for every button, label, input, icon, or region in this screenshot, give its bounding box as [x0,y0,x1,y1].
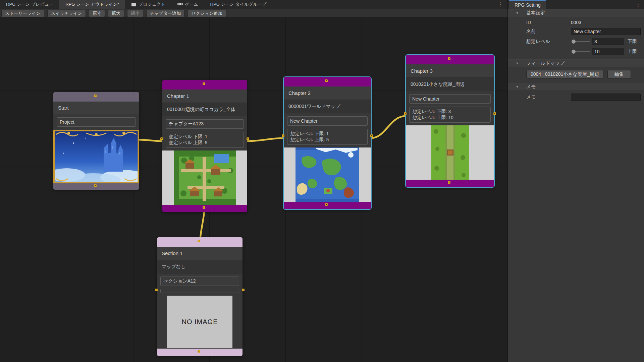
id-value: 0003 [571,20,581,25]
level-label: 想定レベル [526,39,571,45]
switchline-button[interactable]: スイッチライン [47,10,86,17]
storyline-button[interactable]: ストーリーライン [1,10,44,17]
node-map-name: マップなし [157,260,243,274]
node-header [284,77,371,86]
level-min-field[interactable] [592,38,624,45]
inspector-menu-icon[interactable]: ⋮ [636,2,641,8]
level-max-row: 上限 [508,48,644,55]
node-title: Chapter 3 [406,64,494,78]
tab-rpg-setting[interactable]: RPG Setting [509,0,546,9]
section-basic-settings[interactable]: ▼ 基本設定 [508,9,644,17]
add-chapter-button[interactable]: チャプター追加 [146,10,184,17]
level-range-box [160,289,239,293]
port-right[interactable] [493,112,496,115]
edge-chapter2-chapter3 [371,116,406,138]
start-map-image [53,130,139,183]
port-right[interactable] [247,137,249,140]
path-map-artwork [431,125,469,180]
port-right[interactable] [139,137,139,140]
actual-size-button[interactable]: 原寸 [89,10,105,17]
port-bottom[interactable] [448,181,450,184]
level-range-box: 想定レベル 下限: 1 想定レベル 上限: 5 [287,129,368,145]
port-bottom[interactable] [203,206,205,209]
node-map-name: 0010001辺境の町ココカラ_全体 [162,103,247,116]
section-field-map[interactable]: ▼ フィールドマップ [508,59,644,67]
node-footer [284,202,371,209]
chapter1-name-input[interactable] [166,119,244,129]
chapter2-name-input[interactable] [287,116,368,126]
section1-name-input[interactable] [160,277,239,286]
section1-map-image: NO IMAGE [157,295,243,349]
level-range-box: 想定レベル 下限: 3 想定レベル 上限: 10 [409,107,491,123]
node-chapter-2[interactable]: Chapter 2 0000001ワールドマップ 想定レベル 下限: 1 想定レ… [284,77,371,209]
port-top[interactable] [448,57,450,60]
tab-rpg-scene-tilegroup[interactable]: RPG シーン タイルグループ [204,0,273,9]
node-map-name: 0000001ワールドマップ [284,100,371,113]
tab-label: RPG シーン タイルグループ [210,1,267,7]
name-field[interactable] [571,28,641,35]
tab-project[interactable]: プロジェクト [125,0,171,9]
edge-chapter1-section1 [200,208,205,242]
port-top[interactable] [325,79,328,82]
level-min-row: 想定レベル 下限 [508,38,644,45]
port-top[interactable] [203,82,205,85]
id-row: ID 0003 [508,20,644,25]
node-title: Chapter 1 [162,89,247,103]
port-bottom[interactable] [325,203,328,206]
edge-start-chapter1 [139,140,162,141]
tab-rpg-scene-preview[interactable]: RPG シーン プレビュー [0,0,59,9]
section-memo[interactable]: ▼ メモ [508,83,644,91]
node-chapter-1[interactable]: Chapter 1 0010001辺境の町ココカラ_全体 想定レベル 下限: 1… [162,80,247,212]
zoom-in-button[interactable]: 拡大 [108,10,124,17]
inspector-tab-bar: RPG Setting ⋮ [508,0,644,9]
node-chapter-3[interactable]: Chapter 3 0010201小さな廃屋_周辺 想定レベル 下限: 3 想定… [406,55,494,187]
port-right[interactable] [370,134,373,137]
id-label: ID [526,20,571,25]
edge-chapter1-chapter2 [247,138,284,141]
memo-row: メモ [508,94,644,101]
port-left[interactable] [404,112,407,115]
level-max-slider[interactable] [571,48,590,55]
node-header [406,55,494,64]
name-label: 名前 [526,28,571,35]
level-min-suffix: 下限 [628,39,637,45]
port-right[interactable] [242,289,245,291]
level-max-text: 想定レベル 上限: 5 [169,140,240,146]
tab-label: RPG シーン プレビュー [6,1,53,7]
memo-label: メモ [526,94,571,100]
chapter3-name-input[interactable] [409,94,491,104]
node-header [157,237,243,247]
port-left[interactable] [155,289,158,291]
node-section-1[interactable]: Section 1 マップなし NO IMAGE [157,237,243,356]
field-map-select-button[interactable]: 0004 : 0010201小さな廃屋_周辺 [526,70,603,79]
port-left[interactable] [160,137,163,140]
start-name-input[interactable] [57,117,136,127]
chapter2-map-image [284,147,371,202]
node-header [162,80,247,89]
node-title: Section 1 [157,247,243,260]
node-start[interactable]: Start [53,92,139,190]
folder-icon [131,2,137,7]
level-range-box: 想定レベル 下限: 1 想定レベル 上限: 5 [166,132,244,148]
level-min-slider[interactable] [571,38,590,45]
node-graph-canvas[interactable]: Start [0,18,507,362]
port-bottom[interactable] [94,184,97,187]
port-top[interactable] [94,95,97,97]
tab-rpg-scene-outline[interactable]: RPG シーン アウトライン* [59,0,125,9]
port-top[interactable] [198,240,200,242]
tab-game[interactable]: ゲーム [171,0,204,9]
level-max-text: 想定レベル 上限: 5 [290,137,364,143]
panel-menu-icon[interactable]: ⋮ [498,1,503,7]
edit-button[interactable]: 編集 [607,70,631,79]
level-max-field[interactable] [592,48,624,55]
tab-bar: RPG シーン プレビュー RPG シーン アウトライン* プロジェクト ゲーム… [0,0,507,9]
port-left[interactable] [282,134,284,137]
world-map-artwork [296,147,359,202]
node-map-name: 0010201小さな廃屋_周辺 [406,78,494,91]
zoom-out-button[interactable]: 縮小 [127,10,143,17]
chapter3-map-image [406,125,494,180]
add-section-button[interactable]: セクション追加 [187,10,226,17]
port-bottom[interactable] [198,350,200,353]
memo-field[interactable] [571,94,641,101]
castle-artwork [53,130,139,183]
